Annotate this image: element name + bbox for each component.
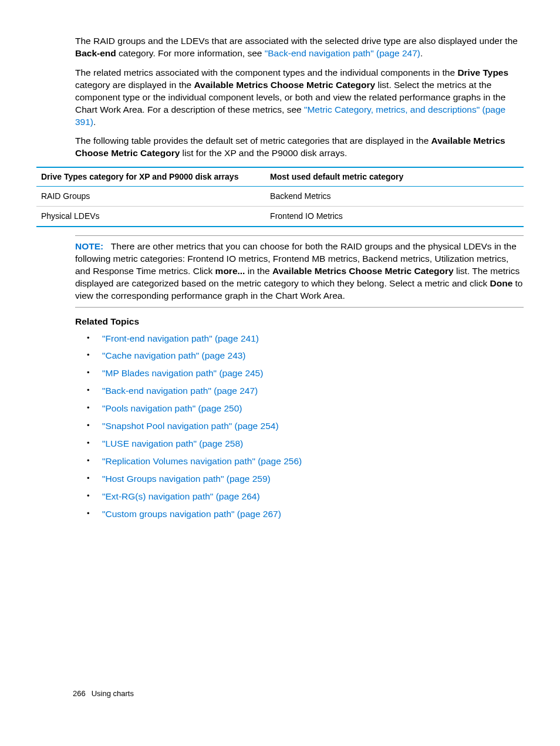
table-row: RAID Groups Backend Metrics — [36, 187, 524, 207]
link-related[interactable]: "Cache navigation path" (page 243) — [102, 350, 246, 360]
intro-paragraph-3: The following table provides the default… — [75, 135, 524, 160]
bold-text: Done — [490, 278, 513, 288]
link-related[interactable]: "Host Groups navigation path" (page 259) — [102, 474, 271, 484]
text: in the — [245, 266, 272, 276]
note-label: NOTE: — [75, 241, 103, 251]
bold-text: Available Metrics Choose Metric Category — [194, 80, 375, 90]
text: list for the XP and the P9000 disk array… — [180, 148, 347, 158]
intro-paragraph-2: The related metrics associated with the … — [75, 67, 524, 129]
text: The following table provides the default… — [75, 136, 431, 146]
list-item: "Custom groups navigation path" (page 26… — [87, 508, 524, 521]
bold-text: Back-end — [75, 48, 116, 58]
link-backend-nav[interactable]: "Back-end navigation path" (page 247) — [265, 48, 420, 58]
intro-paragraph-1: The RAID groups and the LDEVs that are a… — [75, 35, 524, 60]
related-topics-heading: Related Topics — [75, 316, 524, 328]
list-item: "Front-end navigation path" (page 241) — [87, 333, 524, 345]
list-item: "Ext-RG(s) navigation path" (page 264) — [87, 491, 524, 503]
text: The related metrics associated with the … — [75, 67, 457, 77]
related-topics-list: "Front-end navigation path" (page 241) "… — [87, 333, 524, 521]
note-box: NOTE: There are other metrics that you c… — [75, 235, 524, 308]
bold-text: Available Metrics Choose Metric Category — [272, 266, 454, 276]
page-footer: 266Using charts — [73, 688, 134, 699]
link-related[interactable]: "Snapshot Pool navigation path" (page 25… — [102, 421, 279, 431]
list-item: "LUSE navigation path" (page 258) — [87, 438, 524, 450]
link-related[interactable]: "Replication Volumes navigation path" (p… — [102, 456, 302, 466]
link-related[interactable]: "Custom groups navigation path" (page 26… — [102, 509, 281, 519]
link-related[interactable]: "Back-end navigation path" (page 247) — [102, 386, 258, 396]
text: . — [420, 48, 423, 58]
table-row: Physical LDEVs Frontend IO Metrics — [36, 207, 524, 227]
list-item: "Host Groups navigation path" (page 259) — [87, 473, 524, 485]
list-item: "Snapshot Pool navigation path" (page 25… — [87, 420, 524, 433]
bold-text: more... — [215, 266, 245, 276]
text: . — [93, 117, 96, 127]
table-cell: Physical LDEVs — [36, 207, 265, 227]
list-item: "Back-end navigation path" (page 247) — [87, 385, 524, 397]
table-header: Most used default metric category — [265, 167, 524, 186]
metric-category-table: Drive Types category for XP and P9000 di… — [36, 167, 524, 227]
table-cell: Frontend IO Metrics — [265, 207, 524, 227]
table-cell: RAID Groups — [36, 187, 265, 207]
text: category. For more information, see — [116, 48, 265, 58]
list-item: "Replication Volumes navigation path" (p… — [87, 455, 524, 468]
link-related[interactable]: "Pools navigation path" (page 250) — [102, 403, 242, 413]
page-number: 266 — [73, 689, 86, 698]
table-header-row: Drive Types category for XP and P9000 di… — [36, 167, 524, 186]
link-related[interactable]: "Ext-RG(s) navigation path" (page 264) — [102, 491, 260, 501]
text: The RAID groups and the LDEVs that are a… — [75, 36, 518, 46]
section-name: Using charts — [92, 689, 134, 698]
list-item: "Pools navigation path" (page 250) — [87, 403, 524, 415]
text: category are displayed in the — [75, 80, 194, 90]
bold-text: Drive Types — [457, 67, 508, 77]
list-item: "Cache navigation path" (page 243) — [87, 350, 524, 362]
table-header: Drive Types category for XP and P9000 di… — [36, 167, 265, 186]
link-related[interactable]: "Front-end navigation path" (page 241) — [102, 333, 259, 343]
list-item: "MP Blades navigation path" (page 245) — [87, 367, 524, 380]
link-related[interactable]: "LUSE navigation path" (page 258) — [102, 438, 243, 448]
link-related[interactable]: "MP Blades navigation path" (page 245) — [102, 368, 263, 378]
table-cell: Backend Metrics — [265, 187, 524, 207]
